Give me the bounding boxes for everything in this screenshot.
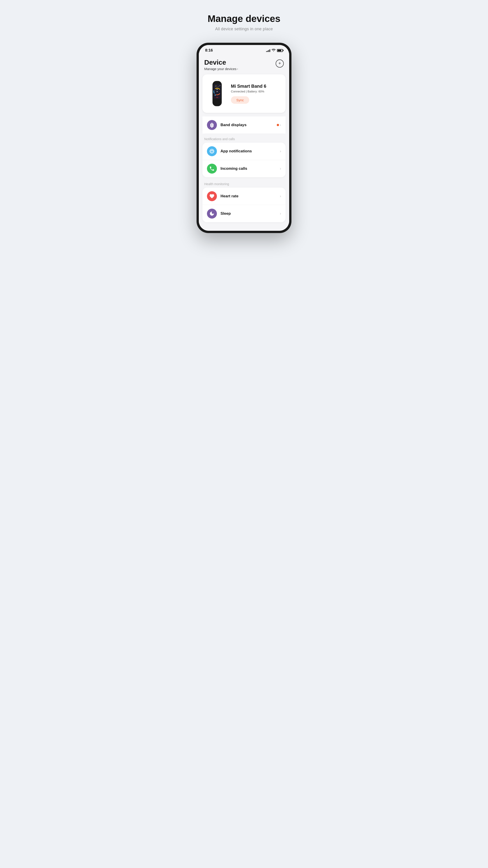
app-notifications-chevron-icon: ›: [280, 149, 281, 153]
device-info: Mi Smart Band 6 Connected | Battery: 60%…: [231, 84, 266, 104]
band-displays-item[interactable]: Band displays ›: [202, 116, 286, 133]
svg-text:☁: ☁: [215, 85, 217, 86]
header-left: Device Manage your devices ›: [204, 59, 238, 71]
band-displays-dot: [277, 124, 279, 126]
incoming-calls-label: Incoming calls: [221, 166, 276, 171]
heart-rate-icon: [207, 191, 217, 201]
add-device-button[interactable]: +: [275, 59, 284, 68]
svg-text:4/6 三 上午: 4/6 三 上午: [215, 86, 219, 87]
app-notifications-label: App notifications: [221, 149, 276, 153]
incoming-calls-right: ›: [280, 166, 281, 170]
heart-rate-chevron-icon: ›: [280, 194, 281, 198]
incoming-calls-item[interactable]: Incoming calls ›: [202, 160, 286, 177]
notifications-section-label: Notifications and calls: [199, 134, 289, 143]
signal-bars-icon: [266, 49, 270, 52]
svg-text:26°: 26°: [219, 85, 221, 86]
health-section-label: Health monitoring: [199, 179, 289, 188]
band-displays-label: Band displays: [221, 123, 273, 127]
heart-rate-label: Heart rate: [221, 194, 276, 198]
device-name: Mi Smart Band 6: [231, 84, 266, 89]
sync-button[interactable]: Sync: [231, 96, 249, 104]
app-notifications-right: ›: [280, 149, 281, 153]
incoming-calls-chevron-icon: ›: [280, 166, 281, 170]
band-displays-section: Band displays ›: [202, 116, 286, 133]
phone-frame: 8:16: [197, 43, 291, 233]
status-time: 8:16: [205, 48, 213, 53]
svg-text:MI: MI: [215, 95, 215, 96]
manage-chevron-icon: ›: [237, 67, 238, 70]
device-status: Connected | Battery: 60%: [231, 90, 266, 93]
page-wrapper: Manage devices All device settings in on…: [183, 0, 305, 247]
app-notifications-icon: [207, 146, 217, 156]
health-section: Heart rate › Sleep: [202, 188, 286, 222]
phone-screen: 8:16: [199, 45, 289, 231]
band-image: 08 16 ♥ 80 4/6 三 上午 ☁ 26°: [207, 79, 227, 108]
health-section-wrapper: Health monitoring Heart rate ›: [199, 179, 289, 222]
heart-rate-right: ›: [280, 194, 281, 198]
incoming-calls-icon: [207, 164, 217, 174]
heart-rate-item[interactable]: Heart rate ›: [202, 188, 286, 205]
app-content: Device Manage your devices › +: [199, 54, 289, 231]
svg-text:♥ 80: ♥ 80: [216, 97, 218, 98]
sleep-chevron-icon: ›: [280, 212, 281, 216]
header: Device Manage your devices › +: [199, 56, 289, 74]
page-subtitle: All device settings in one place: [215, 27, 273, 31]
wifi-icon: [271, 49, 275, 52]
band-displays-right: ›: [277, 123, 281, 127]
device-card: 08 16 ♥ 80 4/6 三 上午 ☁ 26°: [202, 74, 286, 113]
band-displays-icon: [207, 120, 217, 130]
app-notifications-item[interactable]: App notifications ›: [202, 143, 286, 160]
sleep-right: ›: [280, 212, 281, 216]
status-icons: [266, 49, 283, 52]
header-manage-link[interactable]: Manage your devices ›: [204, 67, 238, 71]
band-displays-chevron-icon: ›: [280, 123, 281, 127]
sleep-item[interactable]: Sleep ›: [202, 205, 286, 222]
sleep-label: Sleep: [221, 211, 276, 216]
svg-text:16: 16: [217, 91, 218, 92]
notifications-section-wrapper: Notifications and calls: [199, 134, 289, 177]
battery-icon: [277, 49, 283, 52]
sleep-icon: [207, 209, 217, 219]
notifications-section: App notifications ›: [202, 143, 286, 177]
svg-text:08: 08: [217, 89, 218, 90]
status-bar: 8:16: [199, 45, 289, 54]
header-device-title: Device: [204, 59, 238, 66]
page-title: Manage devices: [207, 13, 281, 24]
